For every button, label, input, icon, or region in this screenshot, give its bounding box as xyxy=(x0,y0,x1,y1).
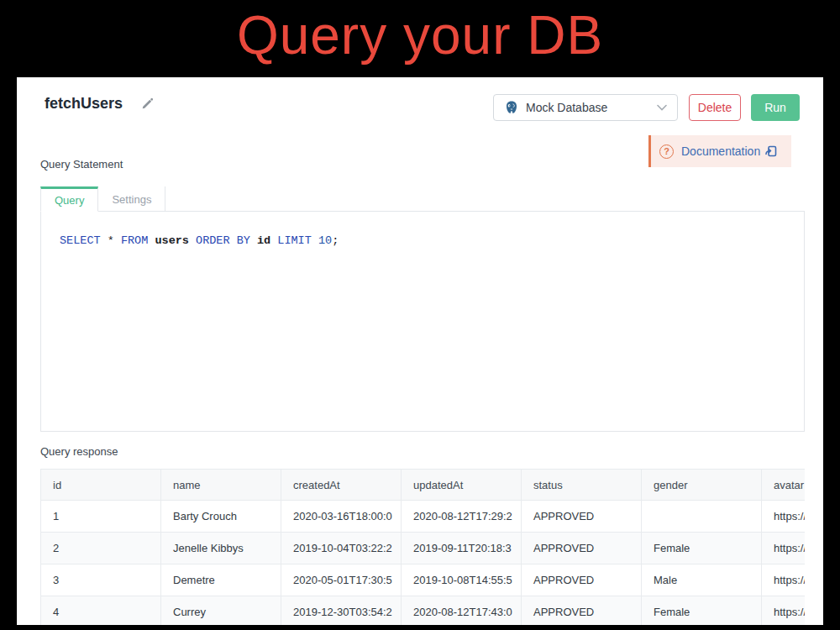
column-header-gender: gender xyxy=(642,470,762,501)
sql-token: 10 xyxy=(318,234,332,247)
sql-token: * xyxy=(101,234,121,247)
table-cell: APPROVED xyxy=(522,533,642,564)
column-header-avatar: avatar xyxy=(762,470,806,501)
table-cell: Female xyxy=(642,533,762,564)
page-background: Query your DB fetchUsers Mock Database xyxy=(0,0,840,630)
column-header-name: name xyxy=(161,470,281,501)
editor-tabs: Query Settings xyxy=(40,186,805,212)
tab-settings[interactable]: Settings xyxy=(98,186,165,212)
table-cell: 2 xyxy=(41,533,161,564)
table-cell: 2020-05-01T17:30:5 xyxy=(281,564,402,596)
database-selector-value: Mock Database xyxy=(526,101,607,114)
table-row: 1Barty Crouch2020-03-16T18:00:02020-08-1… xyxy=(41,501,806,533)
sql-code-line: SELECT * FROM users ORDER BY id LIMIT 10… xyxy=(60,234,339,249)
documentation-link[interactable]: Documentation xyxy=(681,144,760,158)
table-cell xyxy=(642,501,762,533)
table-cell: Jenelle Kibbys xyxy=(161,533,281,564)
run-button[interactable]: Run xyxy=(751,94,800,121)
table-cell: https:// xyxy=(762,533,806,564)
table-cell: Currey xyxy=(161,596,281,626)
table-cell: https:// xyxy=(762,564,806,596)
table-cell: APPROVED xyxy=(522,596,642,626)
table-cell: 2019-12-30T03:54:2 xyxy=(281,596,402,626)
table-cell: 1 xyxy=(41,501,161,533)
query-editor-panel: fetchUsers Mock Database Delete Run xyxy=(17,77,823,625)
sql-token: BY xyxy=(237,234,250,247)
table-cell: 2019-09-11T20:18:3 xyxy=(402,533,522,564)
table-cell: 2020-08-12T17:43:0 xyxy=(402,596,522,626)
table-cell: 3 xyxy=(41,564,161,596)
sql-token: FROM xyxy=(121,234,148,247)
table-cell: 2019-10-08T14:55:5 xyxy=(402,564,522,596)
column-header-updatedAt: updatedAt xyxy=(402,470,522,501)
column-header-status: status xyxy=(522,470,642,501)
table-row: 4Currey2019-12-30T03:54:22020-08-12T17:4… xyxy=(41,596,806,626)
query-title-row: fetchUsers xyxy=(45,91,154,116)
table-cell: 4 xyxy=(41,596,161,626)
sql-token: SELECT xyxy=(60,234,101,247)
sql-token: LIMIT xyxy=(277,234,312,247)
table-cell: 2019-10-04T03:22:2 xyxy=(281,533,402,564)
sql-token: ORDER xyxy=(196,234,230,247)
table-cell: APPROVED xyxy=(522,564,642,596)
sql-editor[interactable]: SELECT * FROM users ORDER BY id LIMIT 10… xyxy=(40,212,805,432)
sql-token: id xyxy=(257,234,270,247)
table-cell: Barty Crouch xyxy=(161,501,281,533)
table-cell: https:// xyxy=(762,596,806,626)
response-table-container[interactable]: idnamecreatedAtupdatedAtstatusgenderavat… xyxy=(40,469,805,625)
chevron-down-icon xyxy=(657,104,667,111)
query-name: fetchUsers xyxy=(45,95,123,113)
query-statement-label: Query Statement xyxy=(40,158,123,171)
table-cell: Demetre xyxy=(161,564,281,596)
table-cell: Female xyxy=(642,596,762,626)
table-cell: 2020-03-16T18:00:0 xyxy=(281,501,402,533)
table-cell: APPROVED xyxy=(522,501,642,533)
sql-token xyxy=(250,234,257,247)
sql-token: users xyxy=(155,234,189,247)
tab-query[interactable]: Query xyxy=(40,186,98,212)
query-response-label: Query response xyxy=(40,445,118,458)
table-cell: Male xyxy=(642,564,762,596)
help-icon: ? xyxy=(659,144,674,159)
column-header-createdAt: createdAt xyxy=(281,470,402,501)
table-cell: 2020-08-12T17:29:2 xyxy=(402,501,522,533)
sql-token xyxy=(230,234,237,247)
sql-token: ; xyxy=(332,234,339,247)
documentation-banner[interactable]: ? Documentation xyxy=(648,135,791,167)
pencil-icon[interactable] xyxy=(141,97,154,110)
postgresql-icon xyxy=(504,100,519,115)
sql-token xyxy=(312,234,318,247)
table-row: 3Demetre2020-05-01T17:30:52019-10-08T14:… xyxy=(41,564,806,596)
page-title: Query your DB xyxy=(0,5,840,66)
table-row: 2Jenelle Kibbys2019-10-04T03:22:22019-09… xyxy=(41,533,806,564)
database-selector[interactable]: Mock Database xyxy=(493,94,678,121)
column-header-id: id xyxy=(41,470,161,501)
table-cell: https:// xyxy=(762,501,806,533)
sql-token xyxy=(189,234,196,247)
response-table: idnamecreatedAtupdatedAtstatusgenderavat… xyxy=(40,469,805,625)
table-header-row: idnamecreatedAtupdatedAtstatusgenderavat… xyxy=(41,470,806,501)
delete-button[interactable]: Delete xyxy=(689,94,741,121)
open-documentation-icon xyxy=(765,145,777,157)
